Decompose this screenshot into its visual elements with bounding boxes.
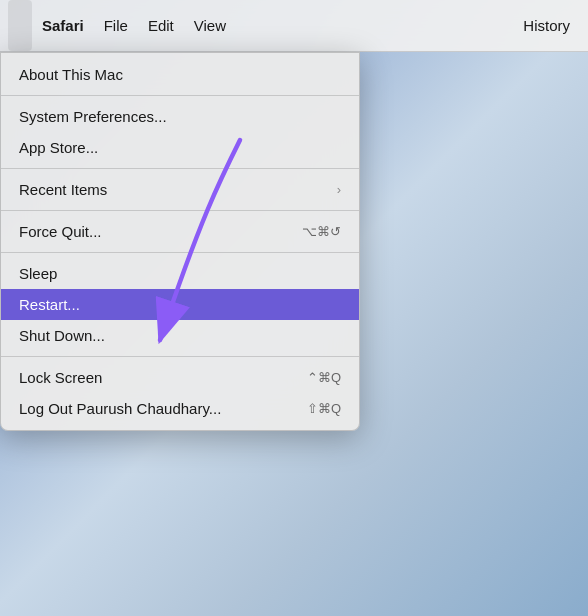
system-preferences-label: System Preferences... (19, 108, 341, 125)
recent-items-item[interactable]: Recent Items › (1, 174, 359, 205)
separator-2 (1, 168, 359, 169)
apple-menu[interactable] (8, 0, 32, 51)
separator-1 (1, 95, 359, 96)
force-quit-item[interactable]: Force Quit... ⌥⌘↺ (1, 216, 359, 247)
chevron-right-icon: › (337, 182, 341, 197)
force-quit-label: Force Quit... (19, 223, 282, 240)
history-menu[interactable]: History (513, 13, 580, 38)
sleep-label: Sleep (19, 265, 341, 282)
separator-3 (1, 210, 359, 211)
app-store-label: App Store... (19, 139, 341, 156)
menubar: Safari File Edit View History (0, 0, 588, 52)
view-menu[interactable]: View (184, 0, 236, 51)
about-this-mac-label: About This Mac (19, 66, 341, 83)
file-menu[interactable]: File (94, 0, 138, 51)
about-this-mac-item[interactable]: About This Mac (1, 59, 359, 90)
app-store-item[interactable]: App Store... (1, 132, 359, 163)
restart-label: Restart... (19, 296, 341, 313)
separator-5 (1, 356, 359, 357)
lock-screen-item[interactable]: Lock Screen ⌃⌘Q (1, 362, 359, 393)
apple-dropdown-menu: About This Mac System Preferences... App… (0, 52, 360, 431)
log-out-item[interactable]: Log Out Paurush Chaudhary... ⇧⌘Q (1, 393, 359, 424)
shut-down-item[interactable]: Shut Down... (1, 320, 359, 351)
log-out-shortcut: ⇧⌘Q (307, 401, 341, 416)
sleep-item[interactable]: Sleep (1, 258, 359, 289)
separator-4 (1, 252, 359, 253)
edit-menu[interactable]: Edit (138, 0, 184, 51)
lock-screen-shortcut: ⌃⌘Q (307, 370, 341, 385)
system-preferences-item[interactable]: System Preferences... (1, 101, 359, 132)
restart-item[interactable]: Restart... (1, 289, 359, 320)
force-quit-shortcut: ⌥⌘↺ (302, 224, 341, 239)
shut-down-label: Shut Down... (19, 327, 341, 344)
lock-screen-label: Lock Screen (19, 369, 287, 386)
log-out-label: Log Out Paurush Chaudhary... (19, 400, 287, 417)
safari-menu[interactable]: Safari (32, 0, 94, 51)
recent-items-label: Recent Items (19, 181, 337, 198)
